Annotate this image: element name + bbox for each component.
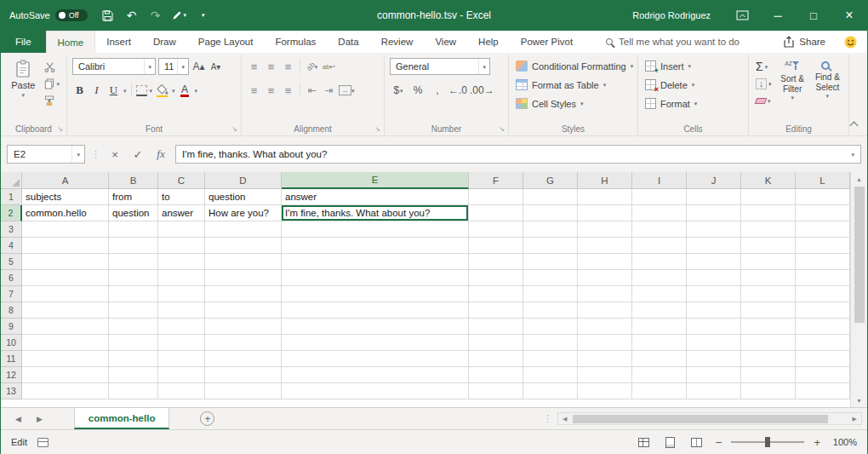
decrease-font-size-button[interactable]: A▾ xyxy=(208,59,223,74)
autosave-toggle[interactable]: AutoSave Off xyxy=(9,9,88,21)
cell-L8[interactable] xyxy=(796,302,850,319)
cell-G6[interactable] xyxy=(523,270,578,286)
cell-K7[interactable] xyxy=(741,286,796,302)
close-button[interactable]: × xyxy=(831,0,867,31)
cell-B2[interactable]: question xyxy=(109,205,158,221)
cell-E2[interactable]: I'm fine, thanks. What about you? xyxy=(282,205,469,221)
font-dialog-launcher[interactable]: ↘ xyxy=(231,125,237,133)
cell-K1[interactable] xyxy=(741,189,796,205)
cell-A8[interactable] xyxy=(22,302,109,319)
new-sheet-button[interactable]: + xyxy=(200,411,214,426)
cell-H12[interactable] xyxy=(578,367,632,383)
column-header-G[interactable]: G xyxy=(523,172,578,189)
cell-C6[interactable] xyxy=(158,270,205,286)
tab-home[interactable]: Home xyxy=(46,31,96,53)
cell-I6[interactable] xyxy=(632,270,687,286)
accounting-format-button[interactable]: $ ▾ xyxy=(390,83,407,98)
cell-D4[interactable] xyxy=(205,238,282,254)
cell-I7[interactable] xyxy=(632,286,687,302)
cell-J8[interactable] xyxy=(687,302,741,319)
cell-C8[interactable] xyxy=(158,302,205,319)
cell-D1[interactable]: question xyxy=(205,189,282,205)
cell-G5[interactable] xyxy=(523,254,578,270)
cell-B8[interactable] xyxy=(109,302,158,319)
cell-H3[interactable] xyxy=(578,221,632,238)
horizontal-scrollbar-track[interactable] xyxy=(571,413,848,424)
column-header-E[interactable]: E xyxy=(282,172,469,189)
cell-I11[interactable] xyxy=(632,351,687,367)
cell-K3[interactable] xyxy=(741,221,796,238)
formula-input[interactable]: I'm fine, thanks. What about you? ▾ xyxy=(175,145,861,164)
insert-cells-button[interactable]: + Insert ▾ xyxy=(643,57,743,75)
select-all-button[interactable] xyxy=(1,172,22,189)
cell-H6[interactable] xyxy=(578,270,632,286)
cell-J4[interactable] xyxy=(687,238,741,254)
scroll-up-button[interactable]: ▲ xyxy=(851,172,867,186)
increase-font-size-button[interactable]: A▴ xyxy=(191,59,206,74)
cell-J7[interactable] xyxy=(687,286,741,302)
conditional-formatting-button[interactable]: Conditional Formatting ▾ xyxy=(514,57,632,75)
vertical-scrollbar[interactable]: ▲ ▼ xyxy=(850,172,867,407)
cell-L1[interactable] xyxy=(796,189,850,205)
cell-E8[interactable] xyxy=(282,302,469,319)
cell-A6[interactable] xyxy=(22,270,109,286)
tab-page-layout[interactable]: Page Layout xyxy=(187,31,265,53)
cell-L6[interactable] xyxy=(796,270,850,286)
name-box-dropdown[interactable]: ▾ xyxy=(71,146,84,163)
cell-I10[interactable] xyxy=(632,335,687,351)
sheet-tab-common-hello[interactable]: common-hello xyxy=(74,408,170,429)
cell-F5[interactable] xyxy=(469,254,523,270)
row-header-10[interactable]: 10 xyxy=(1,335,22,351)
paste-button[interactable]: Paste ▾ xyxy=(6,57,40,108)
scroll-down-button[interactable]: ▼ xyxy=(851,394,867,407)
cell-E5[interactable] xyxy=(282,254,469,270)
underline-button[interactable]: U xyxy=(106,83,121,98)
zoom-slider-thumb[interactable] xyxy=(765,437,770,447)
delete-cells-button[interactable]: × Delete ▾ xyxy=(643,76,743,94)
zoom-slider[interactable] xyxy=(731,441,804,443)
cell-C5[interactable] xyxy=(158,254,205,270)
cell-A12[interactable] xyxy=(22,367,109,383)
cell-G4[interactable] xyxy=(523,238,578,254)
cell-G9[interactable] xyxy=(523,319,578,335)
cell-F9[interactable] xyxy=(469,319,523,335)
row-header-13[interactable]: 13 xyxy=(1,383,22,399)
row-header-5[interactable]: 5 xyxy=(1,254,22,270)
cell-C13[interactable] xyxy=(158,383,205,399)
tab-data[interactable]: Data xyxy=(327,31,369,53)
cell-B7[interactable] xyxy=(109,286,158,302)
cell-B1[interactable]: from xyxy=(109,189,158,205)
share-button[interactable]: Share xyxy=(783,31,825,53)
format-cells-button[interactable]: Format ▾ xyxy=(643,95,743,112)
cell-C1[interactable]: to xyxy=(158,189,205,205)
format-painter-button[interactable] xyxy=(43,93,61,108)
cell-B3[interactable] xyxy=(109,221,158,238)
row-header-8[interactable]: 8 xyxy=(1,302,22,319)
cell-F1[interactable] xyxy=(469,189,523,205)
copy-button[interactable]: ▾ xyxy=(43,76,61,91)
cell-E7[interactable] xyxy=(282,286,469,302)
cell-K10[interactable] xyxy=(741,335,796,351)
formula-bar-expand-icon[interactable]: ▾ xyxy=(851,152,854,158)
font-color-dropdown-icon[interactable]: ▾ xyxy=(195,88,198,94)
cell-K2[interactable] xyxy=(741,205,796,221)
cell-A2[interactable]: common.hello xyxy=(22,205,109,221)
fill-button[interactable]: ↓ ▾ xyxy=(754,76,774,91)
row-header-4[interactable]: 4 xyxy=(1,238,22,254)
row-header-9[interactable]: 9 xyxy=(1,319,22,335)
autosave-switch[interactable]: Off xyxy=(55,9,88,21)
formula-bar-splitter[interactable]: ⋮ xyxy=(91,149,100,160)
cell-C12[interactable] xyxy=(158,367,205,383)
tab-insert[interactable]: Insert xyxy=(95,31,142,53)
font-size-combo[interactable]: 11 ▾ xyxy=(158,58,189,75)
cell-J5[interactable] xyxy=(687,254,741,270)
cell-G8[interactable] xyxy=(523,302,578,319)
middle-align-button[interactable]: ≡ xyxy=(264,59,278,74)
cell-A11[interactable] xyxy=(22,351,109,367)
name-box[interactable]: E2 ▾ xyxy=(7,145,85,164)
cell-J1[interactable] xyxy=(687,189,741,205)
cell-G3[interactable] xyxy=(523,221,578,238)
row-header-11[interactable]: 11 xyxy=(1,351,22,367)
number-dialog-launcher[interactable]: ↘ xyxy=(499,125,505,133)
merge-center-button[interactable]: ↔ ▾ xyxy=(339,83,355,98)
